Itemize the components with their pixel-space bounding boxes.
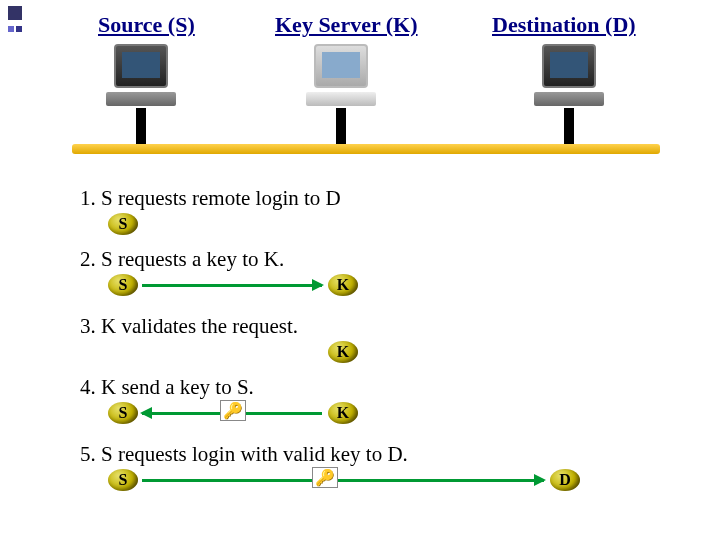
step-5-row: S 🔑 D (80, 469, 670, 501)
node-s: S (108, 274, 138, 296)
label-keyserver: Key Server (K) (275, 12, 418, 38)
network-bus (72, 144, 660, 154)
stem-source (136, 108, 146, 144)
label-destination: Destination (D) (492, 12, 636, 38)
step-1-text: 1. S requests remote login to D (80, 186, 670, 211)
arrow-s-to-d (142, 479, 544, 482)
step-5-text: 5. S requests login with valid key to D. (80, 442, 670, 467)
node-k: K (328, 274, 358, 296)
computer-keyserver (296, 44, 386, 106)
stem-keyserver (336, 108, 346, 144)
node-k: K (328, 402, 358, 424)
key-icon: 🔑 (312, 467, 338, 488)
node-d: D (550, 469, 580, 491)
step-2-row: S K (80, 274, 670, 306)
computer-source (96, 44, 186, 106)
step-2-text: 2. S requests a key to K. (80, 247, 670, 272)
arrow-s-to-k (142, 284, 322, 287)
computer-destination (524, 44, 614, 106)
stem-destination (564, 108, 574, 144)
step-4-text: 4. K send a key to S. (80, 375, 670, 400)
key-icon: 🔑 (220, 400, 246, 421)
node-k: K (328, 341, 358, 363)
step-3-row: K (80, 341, 670, 373)
step-1-row: S (80, 213, 670, 245)
node-s: S (108, 213, 138, 235)
protocol-steps: 1. S requests remote login to D S 2. S r… (80, 180, 670, 509)
step-4-row: S 🔑 K (80, 402, 670, 434)
node-s: S (108, 402, 138, 424)
slide-bullet-decoration (8, 6, 22, 44)
step-3-text: 3. K validates the request. (80, 314, 670, 339)
node-s: S (108, 469, 138, 491)
label-source: Source (S) (98, 12, 195, 38)
